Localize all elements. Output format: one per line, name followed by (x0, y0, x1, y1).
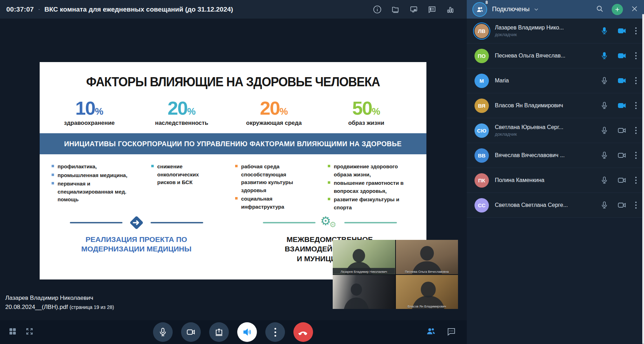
participant-menu-icon[interactable] (633, 175, 639, 186)
mic-status-icon[interactable] (600, 126, 609, 135)
video-tile[interactable]: Песнева Ольга Вячеславовна (396, 240, 458, 274)
participant-row[interactable]: СС Светлова Светлана Серге... (467, 193, 644, 218)
participant-menu-icon[interactable] (633, 50, 639, 61)
chat-toggle-icon[interactable] (446, 326, 456, 338)
divider-line (70, 222, 122, 223)
poll-icon[interactable] (427, 4, 437, 15)
factor-label: окружающая среда (228, 120, 320, 126)
factor-label: здравоохранение (43, 120, 135, 126)
camera-status-icon[interactable] (617, 126, 626, 135)
participant-menu-icon[interactable] (633, 75, 639, 86)
participant-menu-icon[interactable] (633, 150, 639, 161)
mic-status-icon[interactable] (600, 176, 609, 185)
folders-icon[interactable] (390, 4, 401, 15)
video-thumbnails-grid: Лазарев Владимир НиколаевичПеснева Ольга… (333, 240, 458, 309)
participant-row[interactable]: M Maria (467, 68, 644, 93)
mic-status-icon[interactable] (600, 101, 609, 110)
presented-file: 20.08.2024__(ЛВН).pdf (страница 19 из 28… (5, 304, 114, 311)
bullet-square (52, 165, 54, 167)
participant-row[interactable]: ПО Песнева Ольга Вячеслав... (467, 43, 644, 68)
bullet-item: повышение грамотности в вопросах здоровь… (328, 179, 410, 195)
slide-title: ФАКТОРЫ ВЛИЯЮЩИЕ НА ЗДОРОВЬЕ ЧЕЛОВЕКА (47, 75, 419, 89)
participant-name: Вячеслав Вячеславович ... (495, 152, 600, 158)
divider-line (151, 222, 203, 223)
close-panel-icon[interactable] (631, 5, 638, 14)
camera-status-icon[interactable] (617, 151, 626, 160)
factor: 10% здравоохранение (43, 99, 135, 126)
participant-name: Светлова Светлана Серге... (495, 202, 600, 208)
divider-line (344, 222, 397, 223)
bullet-column: профилактика,промышленная медицина,перви… (52, 163, 131, 211)
camera-status-icon[interactable] (617, 176, 626, 185)
separator-dot: · (38, 6, 40, 13)
panel-scrollbar[interactable] (642, 14, 644, 344)
bullet-square (235, 165, 238, 167)
bullet-column: продвижение здорового образа жизни,повыш… (328, 163, 410, 211)
camera-status-icon[interactable] (617, 76, 626, 85)
participant-menu-icon[interactable] (633, 200, 639, 210)
file-name: 20.08.2024__(ЛВН).pdf (5, 304, 68, 310)
mic-status-icon[interactable] (600, 201, 609, 210)
factor: 20% окружающая среда (228, 99, 320, 126)
grid-view-icon[interactable] (8, 327, 17, 337)
add-participant-button[interactable] (612, 4, 623, 15)
hang-up-button[interactable] (293, 322, 313, 342)
video-tile-label: Власов Ян Владимирович (396, 305, 458, 308)
mic-status-icon[interactable] (600, 26, 609, 35)
panel-title: Подключены (492, 6, 530, 13)
bullet-columns: профилактика,промышленная медицина,перви… (40, 154, 426, 211)
bullet-item: продвижение здорового образа жизни, (328, 163, 410, 178)
mic-status-icon[interactable] (600, 151, 609, 160)
left-caption: РЕАЛИЗАЦИЯ ПРОЕКТА ПОМОДЕРНИЗАЦИИ МЕДИЦИ… (81, 235, 191, 254)
participant-row[interactable]: ЛВ Лазарев Владимир Нико... докладчик (467, 19, 644, 43)
more-options-button[interactable] (265, 322, 285, 342)
whiteboard-icon[interactable] (409, 4, 419, 15)
participants-header: 8 Подключены (467, 0, 644, 19)
bullet-square (328, 165, 330, 167)
fullscreen-icon[interactable] (25, 327, 34, 337)
video-tile[interactable]: Власов Ян Владимирович (396, 275, 458, 309)
speaker-button[interactable] (237, 322, 257, 342)
factor-label: образ жизни (320, 120, 412, 126)
participant-name: Власов Ян Владимирович (495, 102, 600, 109)
camera-status-icon[interactable] (617, 101, 626, 110)
participant-menu-icon[interactable] (633, 125, 639, 136)
mic-status-icon[interactable] (600, 51, 609, 60)
participant-row[interactable]: ВЯ Власов Ян Владимирович (467, 93, 644, 118)
bullet-item: первичная и специализированная мед. помо… (52, 180, 131, 204)
participants-panel: 8 Подключены ЛВ Лазарев Владимир Ни (467, 0, 644, 344)
camera-status-icon[interactable] (617, 51, 626, 60)
slide-band-title: ИНИЦИАТИВЫ ГОСКОРПОРАЦИИ ПО УПРАВЛЕНИЮ Ф… (64, 140, 402, 148)
participant-menu-icon[interactable] (633, 100, 639, 111)
avatar: ПО (474, 49, 489, 63)
search-icon[interactable] (596, 5, 604, 14)
participant-menu-icon[interactable] (633, 26, 639, 36)
camera-status-icon[interactable] (617, 201, 626, 210)
presentation-area: ФАКТОРЫ ВЛИЯЮЩИЕ НА ЗДОРОВЬЕ ЧЕЛОВЕКА 10… (0, 19, 467, 320)
camera-button[interactable] (181, 322, 201, 342)
camera-status-icon[interactable] (617, 26, 626, 35)
factor-row: 10% здравоохранение 20% наследственность… (40, 99, 426, 126)
chevron-down-icon[interactable] (533, 6, 539, 13)
participant-row[interactable]: СЮ Светлана Юрьевна Серг... докладчик (467, 118, 644, 143)
share-screen-button[interactable] (209, 322, 229, 342)
participant-name: Песнева Ольга Вячеслав... (495, 53, 600, 59)
meeting-title: ВКС комната для ежедневных совещаний (до… (44, 6, 233, 13)
participant-name: Maria (495, 77, 600, 84)
participant-row[interactable]: ВВ Вячеслав Вячеславович ... (467, 143, 644, 168)
info-icon[interactable] (372, 4, 383, 15)
video-tile-label: Лазарев Владимир Николаевич (333, 270, 395, 274)
stats-icon[interactable] (445, 4, 456, 15)
participants-toggle-icon[interactable] (426, 326, 436, 338)
participant-row[interactable]: ПК Полина Каменкина (467, 168, 644, 193)
video-tile[interactable] (333, 275, 395, 309)
microphone-button[interactable] (153, 322, 173, 342)
mic-status-icon[interactable] (600, 76, 609, 85)
bullet-column: рабочая среда способствующая развитию ку… (235, 163, 307, 211)
avatar: M (474, 74, 489, 88)
divider-line (263, 222, 316, 223)
factor: 50% образ жизни (320, 99, 412, 126)
video-tile[interactable]: Лазарев Владимир Николаевич (333, 240, 395, 274)
meeting-timer: 00:37:07 (6, 6, 34, 13)
participant-name: Полина Каменкина (495, 177, 600, 183)
